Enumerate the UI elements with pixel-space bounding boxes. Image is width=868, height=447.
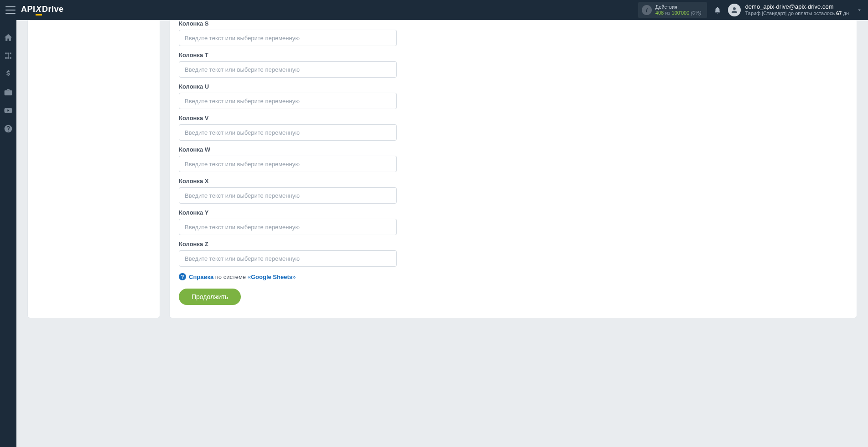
field-input-z[interactable] [179,250,397,267]
billing-icon[interactable] [4,69,13,79]
form-panel: Колонка S Колонка T Колонка U Колонка V … [169,20,857,318]
menu-toggle-button[interactable] [5,5,16,15]
field-column-v: Колонка V [179,115,847,141]
field-label: Колонка S [179,20,847,27]
logo[interactable]: APIXDrive [21,5,64,16]
avatar [728,4,741,16]
connections-icon[interactable] [4,51,13,60]
actions-label: Действия: [655,4,702,10]
app-header: APIXDrive i Действия: 408 из 100'000 (0%… [0,0,868,20]
user-email: demo_apix-drive@apix-drive.com [745,4,849,11]
help-icon[interactable] [4,124,13,133]
user-menu[interactable]: demo_apix-drive@apix-drive.com Тариф |Ст… [728,4,863,16]
user-tariff: Тариф |Стандарт| до оплаты осталось 67 д… [745,11,849,16]
youtube-icon[interactable] [4,106,13,115]
field-input-x[interactable] [179,187,397,204]
field-label: Колонка X [179,178,847,184]
field-input-w[interactable] [179,156,397,172]
field-column-s: Колонка S [179,20,847,46]
field-column-t: Колонка T [179,52,847,78]
field-column-z: Колонка Z [179,241,847,267]
continue-button[interactable]: Продолжить [179,289,241,305]
logo-text-x: X [36,5,42,16]
field-input-u[interactable] [179,93,397,109]
logo-text-api: API [21,5,36,14]
logo-text-drive: Drive [42,5,64,14]
field-input-t[interactable] [179,61,397,78]
home-icon[interactable] [4,33,13,42]
field-label: Колонка Y [179,209,847,216]
field-label: Колонка T [179,52,847,58]
notifications-icon[interactable] [713,6,722,14]
field-label: Колонка W [179,146,847,153]
chevron-down-icon [856,7,863,13]
field-label: Колонка V [179,115,847,121]
actions-counter[interactable]: i Действия: 408 из 100'000 (0%) [638,2,707,18]
field-input-s[interactable] [179,30,397,46]
actions-value: 408 из 100'000 (0%) [655,10,702,16]
field-label: Колонка U [179,83,847,90]
briefcase-icon[interactable] [4,88,13,97]
field-input-v[interactable] [179,124,397,141]
field-column-x: Колонка X [179,178,847,204]
main-content: Колонка S Колонка T Колонка U Колонка V … [16,20,868,329]
info-icon: i [642,5,652,15]
field-label: Колонка Z [179,241,847,247]
field-input-y[interactable] [179,219,397,235]
left-panel [27,20,160,318]
help-link[interactable]: ? Справка по системе «Google Sheets» [179,273,847,280]
field-column-w: Колонка W [179,146,847,172]
sidebar [0,20,16,447]
question-icon: ? [179,273,186,280]
field-column-u: Колонка U [179,83,847,109]
field-column-y: Колонка Y [179,209,847,235]
